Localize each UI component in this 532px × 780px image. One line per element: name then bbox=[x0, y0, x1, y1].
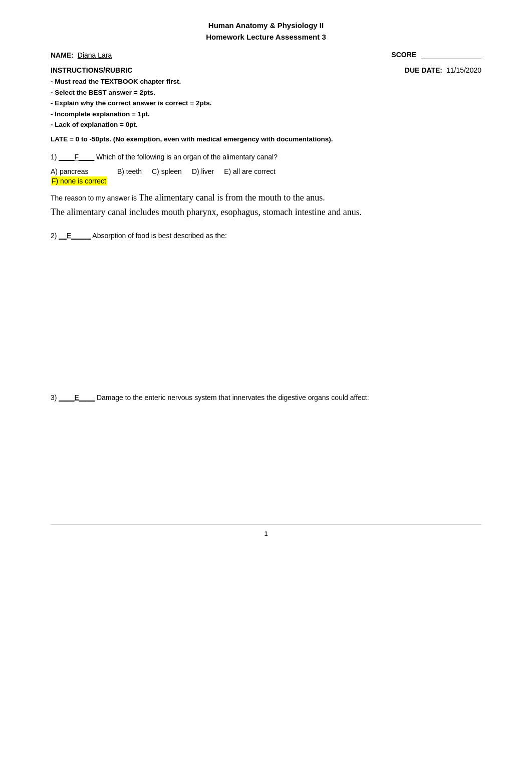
choice-e: E) all are correct bbox=[224, 167, 276, 185]
instruction-item-1: - Select the BEST answer = 2pts. bbox=[51, 87, 405, 98]
instructions-block: INSTRUCTIONS/RUBRIC - Must read the TEXT… bbox=[51, 66, 405, 130]
instruction-item-0: - Must read the TEXTBOOK chapter first. bbox=[51, 76, 405, 87]
name-value: Diana Lara bbox=[78, 51, 112, 59]
page-number: 1 bbox=[51, 530, 481, 537]
choice-c: C) spleen bbox=[152, 167, 182, 185]
q3-answer: ____E____ bbox=[59, 394, 95, 402]
q1-explanation-rest: The alimentary canal includes mouth phar… bbox=[51, 207, 362, 217]
header-line1: Human Anatomy & Physiology II bbox=[51, 20, 481, 32]
instructions-due-row: INSTRUCTIONS/RUBRIC - Must read the TEXT… bbox=[51, 66, 481, 130]
name-label: NAME: bbox=[51, 51, 74, 59]
choice-f: F) none is correct bbox=[51, 176, 107, 185]
instructions-list: - Must read the TEXTBOOK chapter first. … bbox=[51, 76, 405, 130]
late-note: LATE = 0 to -50pts. (No exemption, even … bbox=[51, 135, 481, 143]
question-1-line: 1) ____F____ Which of the following is a… bbox=[51, 152, 481, 162]
q1-choices-col1: A) pancreas F) none is correct bbox=[51, 167, 107, 185]
instruction-item-4: - Lack of explanation = 0pt. bbox=[51, 119, 405, 130]
instructions-title: INSTRUCTIONS/RUBRIC bbox=[51, 66, 405, 74]
score-line bbox=[421, 51, 481, 59]
q2-text: Absorption of food is best described as … bbox=[92, 232, 227, 240]
instruction-item-2: - Explain why the correct answer is corr… bbox=[51, 98, 405, 109]
question-3-line: 3) ____E____ Damage to the enteric nervo… bbox=[51, 393, 481, 403]
q3-number: 3) bbox=[51, 394, 57, 402]
question-1-block: 1) ____F____ Which of the following is a… bbox=[51, 152, 481, 220]
due-date-block: DUE DATE: 11/15/2020 bbox=[405, 66, 481, 74]
header-line2: Homework Lecture Assessment 3 bbox=[51, 32, 481, 43]
choice-d: D) liver bbox=[192, 167, 214, 185]
due-date-label: DUE DATE: bbox=[405, 66, 442, 74]
page-container: Human Anatomy & Physiology II Homework L… bbox=[41, 0, 491, 567]
page-header: Human Anatomy & Physiology II Homework L… bbox=[51, 20, 481, 43]
name-field: NAME: Diana Lara bbox=[51, 51, 112, 59]
score-field: SCORE bbox=[391, 51, 481, 59]
q1-explanation-prefix: The reason to my answer is bbox=[51, 194, 139, 202]
q1-text: Which of the following is an organ of th… bbox=[96, 153, 278, 161]
q3-answer-space bbox=[51, 414, 481, 514]
score-label: SCORE bbox=[391, 51, 416, 59]
question-3-block: 3) ____E____ Damage to the enteric nervo… bbox=[51, 393, 481, 403]
q1-choices: A) pancreas F) none is correct B) teeth … bbox=[51, 167, 481, 185]
choice-b: B) teeth bbox=[117, 167, 142, 185]
page-divider bbox=[51, 524, 481, 525]
q2-answer-space bbox=[51, 252, 481, 393]
header-title: Human Anatomy & Physiology II Homework L… bbox=[51, 20, 481, 43]
q1-number: 1) bbox=[51, 153, 57, 161]
q1-explanation-big: The alimentary canal is from the mouth t… bbox=[139, 192, 325, 203]
q2-answer: __E_____ bbox=[59, 232, 91, 240]
q3-text: Damage to the enteric nervous system tha… bbox=[97, 394, 369, 402]
question-2-line: 2) __E_____ Absorption of food is best d… bbox=[51, 231, 481, 241]
name-score-row: NAME: Diana Lara SCORE bbox=[51, 51, 481, 59]
q1-answer: ____F____ bbox=[59, 153, 94, 161]
q1-explanation: The reason to my answer is The alimentar… bbox=[51, 190, 481, 220]
instruction-item-3: - Incomplete explanation = 1pt. bbox=[51, 109, 405, 120]
q2-number: 2) bbox=[51, 232, 57, 240]
question-2-block: 2) __E_____ Absorption of food is best d… bbox=[51, 231, 481, 241]
due-date-value: 11/15/2020 bbox=[446, 66, 481, 74]
choice-a: A) pancreas bbox=[51, 167, 107, 175]
